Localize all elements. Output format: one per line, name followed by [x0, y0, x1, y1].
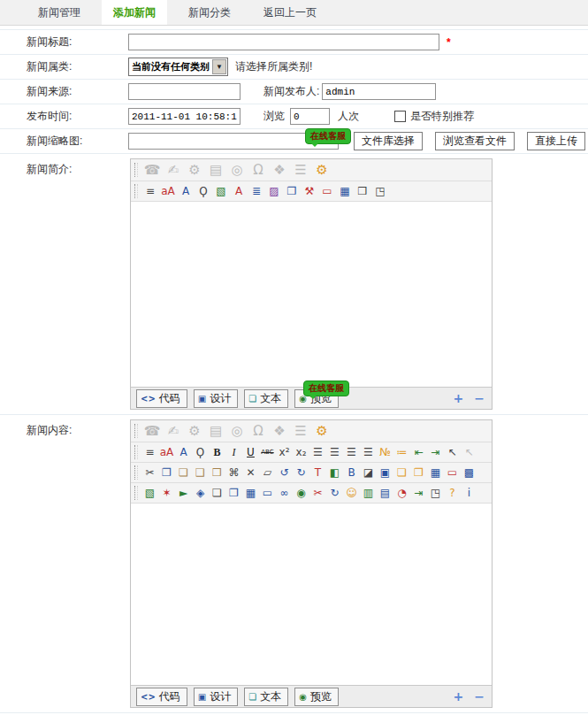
new-doc-icon[interactable]: ❏: [210, 485, 225, 501]
media-manager-icon[interactable]: ☎: [142, 161, 162, 179]
help-icon[interactable]: ?: [445, 485, 461, 501]
export-icon[interactable]: ⇥: [411, 485, 427, 501]
tools-icon[interactable]: ⚒: [302, 183, 317, 199]
paste-word-icon[interactable]: ❑: [193, 465, 209, 481]
toolbar-drag-handle[interactable]: [134, 486, 138, 500]
library-select-button[interactable]: 文件库选择: [354, 132, 423, 150]
image-map-icon[interactable]: ▧: [213, 183, 229, 199]
anchor-link-icon[interactable]: ◉: [294, 485, 309, 501]
panel-icon[interactable]: ▤: [206, 161, 225, 179]
spellcheck-icon[interactable]: aA: [159, 444, 175, 460]
shrink-editor-icon[interactable]: −: [474, 690, 485, 703]
underline-icon[interactable]: U: [243, 444, 259, 460]
draw-tool-icon[interactable]: ✍: [164, 161, 183, 179]
bullet-list-icon[interactable]: ≔: [394, 444, 410, 460]
browse-view-file-button[interactable]: 浏览查看文件: [435, 132, 515, 150]
excel-icon[interactable]: ▥: [361, 485, 377, 501]
insert-image-icon[interactable]: ▨: [266, 183, 282, 199]
multi-select-icon[interactable]: ↖: [462, 444, 477, 460]
info-icon[interactable]: i: [462, 485, 477, 501]
editor-mode-tab[interactable]: <> 代码: [136, 389, 187, 408]
zoom-icon[interactable]: Ϙ: [193, 444, 209, 460]
calendar-icon[interactable]: ▦: [243, 485, 259, 501]
toolbar-drag-handle[interactable]: [134, 465, 138, 480]
editor-mode-tab[interactable]: ❏ 文本: [244, 688, 288, 706]
publish-time-input[interactable]: [128, 108, 241, 125]
italic-icon[interactable]: I: [226, 444, 242, 460]
align-left-icon[interactable]: ☰: [310, 444, 326, 460]
shading-icon[interactable]: ◪: [361, 465, 377, 481]
fullscreen-icon[interactable]: ◳: [372, 183, 388, 199]
media-manager-icon[interactable]: ☎: [142, 422, 162, 440]
news-title-input[interactable]: [128, 34, 439, 50]
tab-return-previous[interactable]: 返回上一页: [252, 0, 328, 25]
split-cell-icon[interactable]: ▭: [445, 465, 461, 481]
editor-mode-tab[interactable]: ▣ 设计: [194, 688, 238, 706]
zoom-icon[interactable]: Ϙ: [195, 183, 211, 199]
print-icon[interactable]: ❒: [355, 183, 370, 199]
online-service-badge[interactable]: 在线客服: [305, 128, 351, 144]
dropdown-arrow-icon[interactable]: ▼: [212, 59, 226, 74]
direct-upload-button[interactable]: 直接上传: [527, 132, 585, 150]
category-select[interactable]: 当前没有任何类别 ▼: [128, 58, 228, 76]
insert-file-icon[interactable]: ❐: [226, 485, 242, 501]
hyperlink-icon[interactable]: ∞: [277, 485, 293, 501]
paragraph-style-icon[interactable]: ≡: [142, 444, 158, 460]
headset-icon[interactable]: Ω: [248, 161, 268, 179]
headset-icon[interactable]: Ω: [248, 422, 268, 440]
frame-icon[interactable]: ▣: [378, 465, 393, 481]
draw-tool-icon[interactable]: ✍: [164, 422, 183, 440]
tab-add-news[interactable]: 添加新闻: [102, 0, 167, 25]
toolbar-drag-handle[interactable]: [134, 184, 138, 198]
flash-icon[interactable]: ✶: [159, 485, 175, 501]
featured-checkbox[interactable]: [394, 111, 406, 122]
news-source-input[interactable]: [128, 83, 241, 100]
popup-window-icon[interactable]: ◳: [428, 485, 444, 501]
form-fields-icon[interactable]: ☰: [291, 161, 310, 179]
align-justify-icon[interactable]: ☰: [361, 444, 377, 460]
panel-icon[interactable]: ▤: [206, 422, 225, 440]
components-icon[interactable]: ❖: [270, 422, 289, 440]
fill-color-icon[interactable]: ◧: [327, 465, 343, 481]
publisher-input[interactable]: [322, 83, 436, 100]
grid-icon[interactable]: ▩: [462, 465, 477, 481]
editor-mode-tab[interactable]: ◉ 预览: [294, 688, 339, 706]
form-fields-icon[interactable]: ☰: [291, 422, 310, 440]
marquee-icon[interactable]: ▭: [319, 183, 335, 199]
find-icon[interactable]: ⌘: [226, 465, 242, 481]
paste-icon[interactable]: ❏: [176, 465, 192, 481]
bold-icon[interactable]: B: [210, 444, 225, 460]
toolbar-drag-handle[interactable]: [134, 424, 138, 438]
disc-icon[interactable]: ◎: [227, 422, 247, 440]
text-color-icon[interactable]: T: [310, 465, 326, 481]
textfield-icon[interactable]: ▭: [260, 485, 276, 501]
content-editor-content[interactable]: [131, 504, 492, 685]
spellcheck-icon[interactable]: aA: [160, 183, 176, 199]
settings-gear-icon[interactable]: ⚙: [312, 422, 332, 440]
components-icon[interactable]: ❖: [270, 161, 289, 179]
send-back-icon[interactable]: ❐: [411, 465, 427, 481]
delete-icon[interactable]: ✕: [243, 465, 259, 481]
redo-icon[interactable]: ↻: [294, 465, 309, 481]
online-service-badge[interactable]: 在线客服: [303, 381, 349, 396]
tab-news-category[interactable]: 新闻分类: [177, 0, 242, 25]
views-input[interactable]: [290, 108, 330, 125]
editor-mode-tab[interactable]: ❏ 文本: [244, 389, 288, 408]
refresh-icon[interactable]: ↻: [327, 485, 343, 501]
emoticon-icon[interactable]: ☺: [344, 485, 360, 501]
bring-front-icon[interactable]: ❏: [394, 465, 410, 481]
intro-editor-content[interactable]: [131, 202, 492, 387]
insert-table-icon[interactable]: ▦: [428, 465, 444, 481]
undo-icon[interactable]: ↺: [277, 465, 293, 481]
align-right-icon[interactable]: ☰: [344, 444, 360, 460]
layers-icon[interactable]: ❐: [284, 183, 300, 199]
paste-text-icon[interactable]: ❒: [210, 465, 225, 481]
outdent-icon[interactable]: ⇤: [411, 444, 427, 460]
insert-image-icon[interactable]: ▧: [142, 485, 158, 501]
plugin-gear-icon[interactable]: ⚙: [185, 161, 204, 179]
expand-editor-icon[interactable]: +: [454, 690, 464, 703]
clock-icon[interactable]: ◔: [394, 485, 410, 501]
insert-doc-icon[interactable]: ≣: [248, 183, 264, 199]
numbered-list-icon[interactable]: №: [378, 444, 393, 460]
news-doc-icon[interactable]: ▤: [378, 485, 393, 501]
